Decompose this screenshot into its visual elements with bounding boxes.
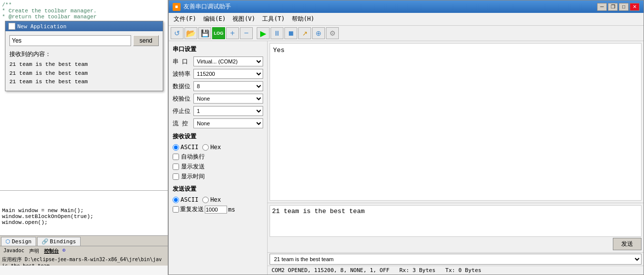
received-label: 接收到的内容： (9, 50, 159, 58)
stop-select[interactable]: 1 (193, 106, 263, 116)
data-row: 数据位 8 (173, 81, 263, 91)
toolbar-back-btn[interactable]: ↺ (171, 27, 184, 39)
stop-row: 停止位 1 (173, 106, 263, 116)
hex-radio[interactable] (202, 144, 209, 151)
show-time-checkbox[interactable] (173, 173, 179, 180)
received-line-3: 21 team is the best team (9, 78, 159, 87)
auto-exec-checkbox[interactable] (173, 154, 179, 160)
repeat-row: 重复发送 ms (173, 205, 263, 214)
design-icon: ⬡ (5, 238, 10, 245)
rx-status: Rx: 3 Bytes (399, 267, 435, 274)
app-title: 友善串口调试助手 (184, 2, 231, 11)
tab-console[interactable]: 控制台 (43, 247, 60, 255)
code-line-4: Main window = new Main(); (2, 208, 166, 214)
received-text: 21 team is the best team 21 team is the … (9, 60, 159, 87)
show-time-row: 显示时间 (173, 172, 263, 181)
send-text-area[interactable]: 21 team is the best team (270, 205, 642, 237)
window-controls: ─ ❐ □ ✕ (597, 3, 640, 11)
baud-select[interactable]: 115200 (193, 69, 263, 79)
bindings-icon: 🔗 (42, 238, 48, 245)
send-hex-radio-label[interactable]: Hex (202, 196, 221, 203)
maximize-button[interactable]: □ (619, 3, 629, 11)
design-tabs-bar: ⬡ Design 🔗 Bindings (0, 235, 168, 246)
receive-content: Yes (273, 47, 284, 54)
toolbar-separator (254, 27, 256, 39)
bottom-bar: 21 team is the best team COM2 OPENED, 11… (268, 252, 644, 275)
bindings-label: Bindings (50, 238, 76, 245)
toolbar-minus-btn[interactable]: − (240, 27, 253, 39)
port-select[interactable]: Virtual... (COM2) (193, 56, 263, 66)
tx-status: Tx: 0 Bytes (445, 267, 481, 274)
dropdown-bar: 21 team is the best team (268, 252, 644, 266)
data-select[interactable]: 8 (193, 81, 263, 91)
send-button-row: 发送 (270, 238, 642, 250)
receive-format-group: ASCII Hex (173, 144, 263, 151)
history-dropdown[interactable]: 21 team is the best team (270, 254, 642, 265)
toolbar-arrow-btn[interactable]: ↗ (298, 27, 311, 39)
received-line-1: 21 team is the best team (9, 60, 159, 69)
console-active-indicator: ⊙ (62, 247, 65, 255)
toolbar-plus2-btn[interactable]: ⊕ (312, 27, 325, 39)
tab-declaration[interactable]: 声明 (28, 247, 41, 255)
show-send-label: 显示发送 (181, 163, 205, 171)
code-line-2: * Create the toolbar manager. (2, 8, 166, 14)
show-send-checkbox[interactable] (173, 164, 179, 170)
menu-help[interactable]: 帮助(H) (289, 14, 318, 24)
main-content: 串口设置 串 口 Virtual... (COM2) 波特率 115200 数据… (169, 41, 644, 275)
toolbar-save-btn[interactable]: 💾 (198, 27, 211, 39)
new-app-content: send 接收到的内容： 21 team is the best team 21… (5, 31, 163, 91)
tab-design[interactable]: ⬡ Design (1, 237, 36, 246)
fa-send-button[interactable]: 发送 (613, 238, 642, 250)
ms-label: ms (228, 206, 235, 213)
parity-select[interactable]: None (193, 94, 263, 104)
code-line-6: window.open(); (2, 220, 166, 225)
toolbar-open-btn[interactable]: 📂 (184, 27, 197, 39)
menu-file[interactable]: 文件(F) (171, 14, 199, 24)
receive-settings-title: 接收设置 (173, 132, 263, 141)
send-hex-label: Hex (210, 196, 221, 203)
menu-bar: 文件(F) 编辑(E) 视图(V) 工具(T) 帮助(H) (169, 13, 644, 26)
minimize-button[interactable]: ─ (597, 3, 607, 11)
restore-button[interactable]: ❐ (608, 3, 618, 11)
tab-javadoc[interactable]: Javadoc (2, 247, 26, 255)
baud-label: 波特率 (173, 70, 191, 78)
auto-exec-row: 自动换行 (173, 153, 263, 161)
baud-row: 波特率 115200 (173, 69, 263, 79)
toolbar: ↺ 📂 💾 LOG + − ▶ ⏸ ⏹ ↗ ⊕ ⚙ (169, 26, 644, 41)
status-strip: COM2 OPENED, 115200, 8, NONE, 1, OFF Rx:… (268, 266, 644, 275)
hex-radio-label[interactable]: Hex (202, 144, 221, 151)
yes-input[interactable] (9, 35, 131, 46)
status-content-1: 应用程序 D:\eclipse-jee-mars-R-win32-x86_64\… (2, 256, 166, 263)
send-hex-radio[interactable] (202, 197, 209, 203)
menu-edit[interactable]: 编辑(E) (200, 14, 229, 24)
close-button[interactable]: ✕ (630, 3, 640, 11)
toolbar-pause-btn[interactable]: ⏸ (271, 27, 283, 39)
toolbar-stop-btn[interactable]: ⏹ (284, 27, 297, 39)
app-icon: ■ (173, 3, 181, 11)
send-ascii-radio-label[interactable]: ASCII (173, 196, 198, 203)
status-tabs: Javadoc 声明 控制台 ⊙ (2, 247, 166, 255)
code-line-1: /** (2, 2, 166, 8)
toolbar-log-btn[interactable]: LOG (212, 27, 225, 39)
ascii-label: ASCII (181, 144, 198, 151)
code-line-3: * @return the toolbar manager (2, 14, 166, 20)
ascii-radio-label[interactable]: ASCII (173, 144, 198, 151)
toolbar-play-btn[interactable]: ▶ (257, 27, 270, 39)
menu-view[interactable]: 视图(V) (230, 14, 258, 24)
input-row: send (9, 35, 159, 46)
repeat-checkbox[interactable] (173, 206, 179, 213)
send-button[interactable]: send (133, 35, 159, 46)
new-app-title: New Application (17, 23, 66, 30)
tab-bindings[interactable]: 🔗 Bindings (37, 237, 81, 246)
ascii-radio[interactable] (173, 144, 179, 151)
repeat-value-input[interactable] (205, 206, 227, 214)
toolbar-gear-btn[interactable]: ⚙ (326, 27, 339, 39)
content-area: Yes 21 team is the best team 发送 21 team … (268, 41, 644, 275)
menu-tools[interactable]: 工具(T) (259, 14, 288, 24)
toolbar-add-btn[interactable]: + (226, 27, 239, 39)
send-ascii-radio[interactable] (173, 197, 179, 203)
code-area-bottom: Main window = new Main(); window.setBloc… (0, 191, 168, 235)
flow-label: 流 控 (173, 119, 191, 128)
flow-select[interactable]: None (193, 118, 263, 128)
data-label: 数据位 (173, 82, 191, 91)
